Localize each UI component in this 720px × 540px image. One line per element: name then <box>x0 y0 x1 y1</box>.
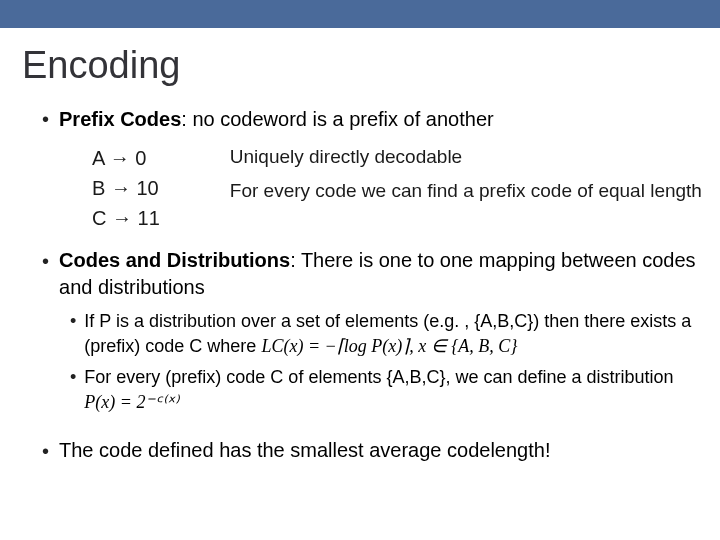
code-a: A → 0 <box>92 143 160 173</box>
sub2-formula: P(x) = 2⁻ᶜ⁽ˣ⁾ <box>84 392 178 412</box>
explain-line-1: Uniquely directly decodable <box>230 143 702 171</box>
code-c: C → 11 <box>92 203 160 233</box>
prefix-label-rest: : no codeword is a prefix of another <box>181 108 493 130</box>
bullet-codes-distributions: • Codes and Distributions: There is one … <box>42 247 702 301</box>
bullet-icon: • <box>70 365 76 390</box>
code-explanation: Uniquely directly decodable For every co… <box>230 143 702 233</box>
sub-text-1: If P is a distribution over a set of ele… <box>84 309 702 359</box>
code-b: B → 10 <box>92 173 160 203</box>
bullet-final: • The code defined has the smallest aver… <box>42 437 702 465</box>
bullet-icon: • <box>42 105 49 133</box>
prefix-label-bold: Prefix Codes <box>59 108 181 130</box>
sub-bullet-2: • For every (prefix) code C of elements … <box>70 365 702 415</box>
explain-line-2: For every code we can find a prefix code… <box>230 177 702 205</box>
slide-title: Encoding <box>0 28 720 87</box>
bullet-prefix-codes: • Prefix Codes: no codeword is a prefix … <box>42 105 702 133</box>
sub1-formula: LC(x) = −⌈log P(x)⌉, x ∈ {A, B, C} <box>261 336 517 356</box>
prefix-example: A → 0 B → 10 C → 11 Uniquely directly de… <box>92 143 702 233</box>
sub-bullet-list: • If P is a distribution over a set of e… <box>70 309 702 415</box>
bullet-icon: • <box>70 309 76 334</box>
bullet-text: Codes and Distributions: There is one to… <box>59 247 702 301</box>
final-text: The code defined has the smallest averag… <box>59 437 550 464</box>
header-bar <box>0 0 720 28</box>
code-mappings: A → 0 B → 10 C → 11 <box>92 143 160 233</box>
slide-content: • Prefix Codes: no codeword is a prefix … <box>0 87 720 465</box>
bullet-icon: • <box>42 247 49 275</box>
bullet-icon: • <box>42 437 49 465</box>
dist-label-bold: Codes and Distributions <box>59 249 290 271</box>
sub2-text: For every (prefix) code C of elements {A… <box>84 367 673 387</box>
sub-bullet-1: • If P is a distribution over a set of e… <box>70 309 702 359</box>
bullet-text: Prefix Codes: no codeword is a prefix of… <box>59 105 494 133</box>
sub-text-2: For every (prefix) code C of elements {A… <box>84 365 702 415</box>
